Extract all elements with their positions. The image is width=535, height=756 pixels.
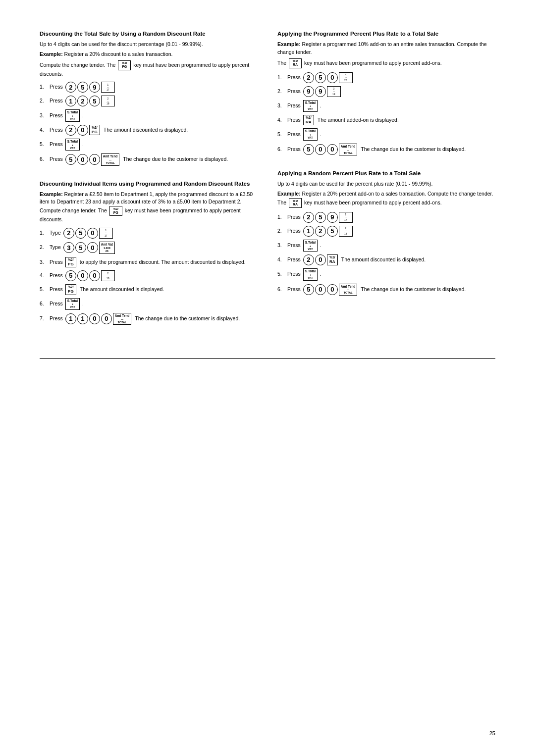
key-group: 1 2 5 2···18 [65, 96, 115, 106]
key-group: S.Total + VAT [65, 109, 80, 121]
key-5: 5 [315, 212, 326, 223]
key-0b: 0 [327, 144, 338, 155]
key-amttend: Amt Tend — TOTAL [339, 284, 358, 296]
step-4-6: 6. Press 5 0 0 Amt Tend — TOTAL [277, 284, 495, 296]
key-percent-pg: %2/ PG [89, 125, 100, 135]
key-stotal: S.Total + VAT [65, 109, 80, 121]
step-tail: to apply the programmed discount. The am… [80, 258, 246, 266]
key-group: 2 5 0 1···17 [63, 228, 113, 239]
key-group: 2 0 %2/ PG [65, 125, 101, 136]
key-5: 5 [89, 96, 100, 106]
key-group: 5 0 0 Amt Tend — TOTAL [303, 144, 358, 155]
key-percent-ra: %1/ RA [327, 254, 338, 265]
key-dept1: 1···17 [101, 82, 115, 93]
step-num: 4. [40, 272, 49, 280]
key-0b: 0 [89, 154, 100, 165]
press-label: Press [50, 83, 63, 91]
key-2: 2 [303, 212, 314, 223]
example-text-1: Register a 20% discount to a sales trans… [64, 51, 173, 57]
step-2-6: 6. Press S.Total + VAT . [40, 298, 258, 310]
steps-list-2: 1. Type 2 5 0 1···17 2. Type [40, 228, 258, 325]
key-5: 5 [75, 228, 86, 239]
step-num: 4. [277, 256, 286, 264]
key-1: 1 [65, 96, 76, 106]
type-label: Type [50, 229, 61, 237]
key-group: S.Total + VAT [303, 128, 318, 140]
key-9: 9 [327, 212, 338, 223]
key-0a: 0 [77, 154, 88, 165]
step-num: 5. [40, 141, 49, 149]
key-2: 2 [303, 254, 314, 265]
step-num: 3. [277, 102, 286, 110]
key-5: 5 [75, 242, 86, 253]
key-percent-ra: %1/ RA [303, 115, 314, 125]
step-4-4: 4. Press 2 0 %1/ RA The amount discounte… [277, 254, 495, 265]
steps-list-1: 1. Press 2 5 9 1···17 2. Press [40, 82, 258, 165]
step-num: 2. [277, 88, 286, 96]
key-group: 3 5 0 Amt Vat 1.000 23 [63, 242, 115, 254]
press-label: Press [287, 256, 301, 264]
body-text-1b: Example: Register a 20% discount to a sa… [40, 50, 258, 58]
press-label: Press [50, 112, 63, 120]
section-applying-programmed: Applying the Programmed Percent Plus Rat… [277, 30, 495, 155]
step-tail: The amount discounted is displayed. [341, 256, 426, 264]
key-group: 5 0 0 2···18 [65, 270, 115, 281]
type-label: Type [50, 244, 61, 252]
example-label: Example: [277, 191, 302, 197]
step-num: 1. [277, 74, 286, 82]
key-5: 5 [303, 144, 314, 155]
the-text: The [277, 59, 288, 65]
step-num: 5. [40, 286, 49, 294]
step-tail: The amount discounted is displayed. [104, 126, 188, 134]
step-3-1: 1. Press 2 5 0 4···20 [277, 72, 495, 83]
step-1-4: 4. Press 2 0 %2/ PG The amount discounte… [40, 125, 258, 136]
press-label: Press [287, 102, 301, 110]
step-num: 6. [40, 300, 49, 308]
key-dept2: 2···18 [101, 96, 115, 106]
key-dept1: 1···17 [99, 228, 113, 239]
key-9: 9 [303, 86, 314, 97]
key-dept4: 4···20 [339, 72, 353, 83]
key-5: 5 [65, 270, 76, 281]
step-3-4: 4. Press %1/ RA The amount added-on is d… [277, 115, 495, 125]
step-2-5: 5. Press %2/ PG The amount discounted is… [40, 284, 258, 295]
key-group: 2 0 %1/ RA [303, 254, 338, 265]
key-5: 5 [327, 226, 338, 237]
key-0b: 0 [327, 284, 338, 295]
period: . [320, 242, 321, 250]
key-amtvat: Amt Vat 1.000 23 [99, 242, 115, 254]
key-stotal: S.Total + VAT [65, 298, 80, 310]
key-group: 1 2 5 2···18 [303, 226, 353, 237]
press-label: Press [50, 155, 63, 163]
key-0: 0 [89, 313, 100, 324]
press-label: Press [50, 272, 63, 280]
press-label: Press [287, 116, 301, 124]
step-3-3: 3. Press S.Total + VAT . [277, 100, 495, 112]
percent-ra-key-inline2: %1/RA [289, 198, 302, 208]
key-group: %2/ PG [65, 284, 77, 295]
step-3-6: 6. Press 5 0 0 Amt Tend — TOTAL [277, 144, 495, 155]
step-tail: The change due to the customer is displa… [123, 155, 228, 163]
step-4-5: 5. Press S.Total + VAT . [277, 268, 495, 280]
key-0a: 0 [77, 270, 88, 281]
press-label: Press [287, 213, 301, 221]
press-label: Press [287, 242, 301, 250]
body-text-1c: Compute the change tender. The %2/PG key… [40, 60, 258, 78]
key-text-4: key must have been programmed to apply p… [304, 200, 442, 205]
key-group: S.Total + VAT [65, 139, 80, 151]
key-0b: 0 [101, 313, 112, 324]
key-5: 5 [315, 72, 326, 83]
page: Discounting the Total Sale by Using a Ra… [0, 0, 535, 756]
key-9b: 9 [315, 86, 326, 97]
press-label: Press [287, 227, 301, 235]
key-group: S.Total + VAT [65, 298, 80, 310]
left-column: Discounting the Total Sale by Using a Ra… [40, 30, 258, 339]
step-2-1: 1. Type 2 5 0 1···17 [40, 228, 258, 239]
two-column-layout: Discounting the Total Sale by Using a Ra… [40, 30, 495, 339]
body-text-4a: Up to 4 digits can be used for the perce… [277, 180, 495, 188]
key-group: 5 0 0 Amt Tend — TOTAL [65, 153, 120, 165]
step-num: 3. [277, 242, 286, 250]
step-3-5: 5. Press S.Total + VAT . [277, 128, 495, 140]
step-4-1: 1. Press 2 5 9 1···17 [277, 212, 495, 223]
key-group: 5 0 0 Amt Tend — TOTAL [303, 284, 358, 296]
